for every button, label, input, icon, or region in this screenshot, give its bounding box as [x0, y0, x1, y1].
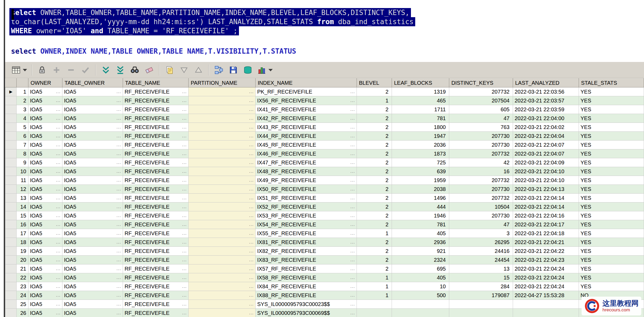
cell-editor-button[interactable]: ... [182, 213, 187, 218]
cell-editor-button[interactable]: ... [182, 151, 187, 156]
cell-blevel[interactable]: 1 [357, 96, 392, 105]
cell-editor-button[interactable]: ... [56, 293, 61, 298]
cell-stale_stats[interactable]: YES [579, 282, 644, 291]
cell-distinct_keys[interactable]: 10504 [449, 202, 513, 211]
row-number[interactable]: 1 [17, 87, 28, 96]
cell-editor-button[interactable]: ... [117, 89, 121, 94]
cell-editor-button[interactable]: ... [117, 133, 121, 139]
cell-owner[interactable]: IOA5... [28, 105, 62, 114]
row-indicator[interactable] [5, 291, 17, 300]
cell-leaf_blocks[interactable]: 444 [392, 202, 449, 211]
row-number[interactable]: 10 [17, 167, 28, 176]
cell-last_analyzed[interactable]: 2022-03-21 22:04:14 [513, 202, 579, 211]
cell-leaf_blocks[interactable]: 500 [392, 291, 449, 300]
cell-table_owner[interactable]: IOA5... [62, 176, 123, 185]
column-header-blevel[interactable]: BLEVEL [357, 79, 392, 87]
row-number[interactable]: 25 [17, 300, 28, 309]
row-number[interactable]: 26 [17, 309, 28, 317]
cell-blevel[interactable]: 2 [357, 123, 392, 132]
cell-editor-button[interactable]: ... [117, 284, 121, 289]
cell-editor-button[interactable]: ... [182, 116, 187, 121]
cell-partition_name[interactable]: ... [189, 264, 256, 273]
cell-blevel[interactable]: 2 [357, 114, 392, 123]
cell-index_name[interactable]: IX42_RF_RECEIVEFILE... [256, 114, 357, 123]
cell-editor-button[interactable]: ... [350, 169, 355, 174]
cell-table_name[interactable]: RF_RECEIVEFILE... [123, 220, 189, 229]
delete-record-button[interactable] [64, 63, 78, 77]
cell-editor-button[interactable]: ... [117, 248, 121, 254]
cell-editor-button[interactable]: ... [350, 266, 355, 271]
cell-distinct_keys[interactable]: 284 [449, 282, 513, 291]
cell-last_analyzed[interactable]: 2022-03-21 22:04:17 [513, 220, 579, 229]
cell-table_name[interactable]: RF_RECEIVEFILE... [123, 273, 189, 282]
cell-table_owner[interactable]: IOA5... [62, 238, 123, 247]
cell-last_analyzed[interactable]: 2022-03-21 22:04:07 [513, 149, 579, 158]
cell-editor-button[interactable]: ... [182, 284, 187, 289]
cell-leaf_blocks[interactable]: 1959 [392, 176, 449, 185]
cell-table_name[interactable]: RF_RECEIVEFILE... [123, 123, 189, 132]
cell-index_name[interactable]: IX83_RF_RECEIVEFILE... [256, 256, 357, 264]
cell-editor-button[interactable]: ... [249, 178, 254, 183]
cell-blevel[interactable]: 2 [357, 132, 392, 141]
cell-table_name[interactable]: RF_RECEIVEFILE... [123, 300, 189, 309]
cell-partition_name[interactable]: ... [189, 87, 256, 96]
cell-leaf_blocks[interactable]: 1947 [392, 132, 449, 141]
cell-editor-button[interactable]: ... [350, 133, 355, 139]
cell-editor-button[interactable]: ... [350, 239, 355, 245]
sort-ascending-button[interactable] [192, 63, 205, 77]
cell-stale_stats[interactable]: YES [579, 229, 644, 238]
cell-table_name[interactable]: RF_RECEIVEFILE... [123, 194, 189, 202]
cell-editor-button[interactable]: ... [350, 248, 355, 254]
cell-blevel[interactable]: 2 [357, 141, 392, 149]
cell-partition_name[interactable]: ... [189, 96, 256, 105]
row-indicator[interactable] [5, 194, 17, 202]
cell-editor-button[interactable]: ... [117, 266, 121, 271]
cell-editor-button[interactable]: ... [56, 116, 61, 121]
cell-distinct_keys[interactable]: 42 [449, 158, 513, 167]
cell-editor-button[interactable]: ... [56, 301, 61, 307]
cell-table_name[interactable]: RF_RECEIVEFILE... [123, 149, 189, 158]
cell-table_name[interactable]: RF_RECEIVEFILE... [123, 176, 189, 185]
cell-table_owner[interactable]: IOA5... [62, 185, 123, 194]
cell-index_name[interactable]: IX57_RF_RECEIVEFILE... [256, 264, 357, 273]
cell-editor-button[interactable]: ... [249, 310, 254, 316]
cell-leaf_blocks[interactable] [392, 300, 449, 309]
cell-table_owner[interactable]: IOA5... [62, 273, 123, 282]
row-number[interactable]: 19 [17, 247, 28, 256]
cell-leaf_blocks[interactable]: 1319 [392, 87, 449, 96]
cell-editor-button[interactable]: ... [182, 169, 187, 174]
cell-index_name[interactable]: IX48_RF_RECEIVEFILE... [256, 167, 357, 176]
cell-stale_stats[interactable]: YES [579, 238, 644, 247]
cell-blevel[interactable]: 2 [357, 185, 392, 194]
copy-sheet-button[interactable] [163, 63, 176, 77]
cell-blevel[interactable]: 2 [357, 87, 392, 96]
cell-index_name[interactable]: IX52_RF_RECEIVEFILE... [256, 202, 357, 211]
cell-editor-button[interactable]: ... [56, 89, 61, 94]
cell-stale_stats[interactable]: YES [579, 264, 644, 273]
cell-editor-button[interactable]: ... [182, 239, 187, 245]
row-number[interactable]: 23 [17, 282, 28, 291]
cell-last_analyzed[interactable]: 2022-03-21 22:04:07 [513, 141, 579, 149]
cell-editor-button[interactable]: ... [56, 275, 61, 280]
cell-last_analyzed[interactable] [513, 309, 579, 317]
row-indicator[interactable] [5, 105, 17, 114]
cell-table_name[interactable]: RF_RECEIVEFILE... [123, 202, 189, 211]
row-indicator[interactable] [5, 141, 17, 149]
row-indicator[interactable] [5, 211, 17, 220]
cell-owner[interactable]: IOA5... [28, 87, 62, 96]
cell-editor-button[interactable]: ... [350, 98, 355, 103]
cell-distinct_keys[interactable]: 207732 [449, 176, 513, 185]
row-indicator[interactable] [5, 114, 17, 123]
cell-editor-button[interactable]: ... [249, 284, 254, 289]
cell-index_name[interactable]: IX45_RF_RECEIVEFILE... [256, 141, 357, 149]
cell-owner[interactable]: IOA5... [28, 309, 62, 317]
cell-stale_stats[interactable]: YES [579, 87, 644, 96]
cell-editor-button[interactable]: ... [249, 213, 254, 218]
cell-partition_name[interactable]: ... [189, 176, 256, 185]
cell-last_analyzed[interactable]: 2022-03-21 22:04:09 [513, 158, 579, 167]
cell-editor-button[interactable]: ... [117, 195, 121, 201]
cell-owner[interactable]: IOA5... [28, 149, 62, 158]
cell-leaf_blocks[interactable]: 2038 [392, 185, 449, 194]
cell-partition_name[interactable]: ... [189, 282, 256, 291]
cell-editor-button[interactable]: ... [182, 266, 187, 271]
